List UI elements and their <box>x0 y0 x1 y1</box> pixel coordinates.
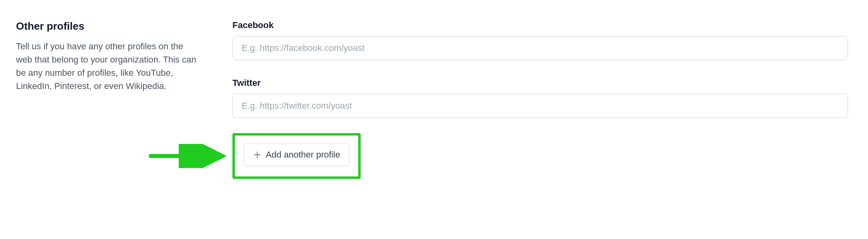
profiles-section: Other profiles Tell us if you have any o… <box>16 20 852 179</box>
section-title: Other profiles <box>16 20 200 32</box>
twitter-input[interactable] <box>232 94 848 118</box>
add-profile-button[interactable]: Add another profile <box>244 144 349 166</box>
highlight-annotation: Add another profile <box>232 133 361 179</box>
facebook-label: Facebook <box>232 20 848 30</box>
facebook-field-group: Facebook <box>232 20 848 60</box>
section-description: Tell us if you have any other profiles o… <box>16 40 200 93</box>
plus-icon <box>253 150 262 159</box>
add-profile-button-label: Add another profile <box>266 150 340 160</box>
arrow-annotation-icon <box>149 144 229 168</box>
twitter-label: Twitter <box>232 78 848 88</box>
facebook-input[interactable] <box>232 36 848 60</box>
twitter-field-group: Twitter <box>232 78 848 118</box>
profiles-form: Facebook Twitter Add another <box>232 20 852 179</box>
